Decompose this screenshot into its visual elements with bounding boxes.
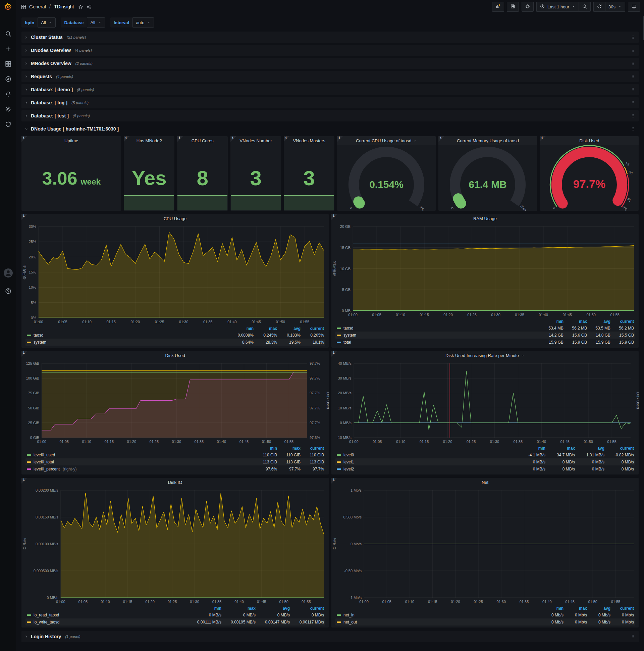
drag-handle-icon[interactable] bbox=[631, 113, 635, 119]
legend-header[interactable]: current bbox=[604, 446, 634, 451]
panel-title[interactable]: Current Memory Usage of taosd bbox=[439, 136, 537, 145]
variable-label[interactable]: Interval bbox=[110, 18, 132, 28]
legend-header[interactable]: current bbox=[610, 319, 634, 324]
search-icon[interactable] bbox=[5, 30, 12, 37]
legend-header[interactable]: max bbox=[277, 446, 300, 451]
row-database-log-[interactable]: Database: [ log ](5 panels) bbox=[22, 97, 639, 108]
grafana-logo[interactable] bbox=[0, 0, 16, 14]
row-requests[interactable]: Requests(4 panels) bbox=[22, 71, 639, 82]
plus-icon[interactable] bbox=[5, 45, 12, 52]
refresh-interval-picker[interactable]: 30s bbox=[605, 2, 625, 12]
legend-header[interactable]: min bbox=[254, 446, 277, 451]
shield-icon[interactable] bbox=[5, 121, 12, 128]
chart-plot[interactable]: 30%25%20%15%10%5%0%01:0001:0501:1001:150… bbox=[22, 223, 329, 325]
panel-title[interactable]: Disk Used Increasing Rate per Minute bbox=[331, 351, 639, 360]
user-avatar[interactable] bbox=[4, 269, 13, 278]
row-mnodes-overview[interactable]: MNodes Overview(2 panels) bbox=[22, 58, 639, 69]
variable-label[interactable]: Database bbox=[61, 18, 87, 28]
drag-handle-icon[interactable] bbox=[631, 74, 635, 79]
cycle-view-button[interactable] bbox=[628, 2, 640, 12]
panel-title[interactable]: VNodes Masters bbox=[284, 136, 334, 145]
panel-title[interactable]: Disk Used bbox=[540, 136, 639, 145]
gear-icon[interactable] bbox=[5, 106, 12, 113]
series-toggle[interactable]: system bbox=[337, 333, 540, 338]
chart-plot[interactable]: 0.00200 MB/s0.00150 MB/s0.00100 MB/s0.00… bbox=[22, 487, 329, 605]
series-toggle[interactable]: level0_total bbox=[27, 460, 254, 464]
series-toggle[interactable]: taosd bbox=[337, 326, 540, 331]
panel-title[interactable]: Disk IO bbox=[22, 478, 329, 487]
legend-header[interactable]: current bbox=[290, 606, 324, 611]
chart-plot[interactable]: 125 GiB100 GiB75 GiB50 GiB25 GiB0 GiB97.… bbox=[22, 360, 329, 445]
series-toggle[interactable]: level0 bbox=[337, 453, 516, 457]
row-login-history[interactable]: Login History(1 panel) bbox=[22, 631, 639, 642]
legend-header[interactable]: min bbox=[516, 446, 545, 451]
legend-header[interactable]: avg bbox=[587, 606, 610, 611]
legend-header[interactable]: max bbox=[564, 319, 587, 324]
variable-value-dropdown[interactable]: auto bbox=[132, 18, 154, 28]
zoom-out-time-button[interactable] bbox=[579, 2, 591, 12]
drag-handle-icon[interactable] bbox=[631, 48, 635, 53]
legend-header[interactable]: max bbox=[221, 606, 256, 611]
legend-header[interactable]: max bbox=[564, 606, 587, 611]
series-toggle[interactable]: total bbox=[337, 340, 540, 345]
panel-title[interactable]: Net bbox=[331, 478, 639, 487]
time-range-picker[interactable]: Last 1 hour bbox=[536, 2, 579, 12]
drag-handle-icon[interactable] bbox=[631, 126, 635, 131]
chart-plot[interactable]: 1 Mb/s0.500 Mb/s0 Mb/s-0.50 Mb/s-1 Mb/s0… bbox=[331, 487, 639, 605]
drag-handle-icon[interactable] bbox=[631, 100, 635, 105]
series-toggle[interactable]: level0_used bbox=[27, 453, 254, 457]
row-cluster-status[interactable]: Cluster Status(21 panels) bbox=[22, 32, 639, 43]
share-icon[interactable] bbox=[86, 4, 92, 10]
row-database-test-[interactable]: Database: [ test ](5 panels) bbox=[22, 110, 639, 122]
add-panel-button[interactable] bbox=[492, 2, 504, 12]
series-toggle[interactable]: system bbox=[27, 340, 230, 345]
row-dnode-usage[interactable]: DNode Usage [ huolinhe-TM1701:6030 ] bbox=[22, 123, 639, 134]
panel-title[interactable]: Disk Used bbox=[22, 351, 329, 360]
legend-header[interactable]: avg bbox=[256, 606, 290, 611]
breadcrumb-folder[interactable]: General bbox=[29, 4, 46, 9]
chart-plot[interactable]: 40 MB/s30 MB/s20 MB/s10 MB/s0 MB/s-10 MB… bbox=[331, 360, 639, 445]
legend-header[interactable]: current bbox=[610, 606, 634, 611]
series-toggle[interactable]: io_write_taosd bbox=[27, 620, 187, 624]
series-toggle[interactable]: net_out bbox=[337, 620, 540, 624]
drag-handle-icon[interactable] bbox=[631, 61, 635, 66]
legend-header[interactable]: avg bbox=[587, 319, 610, 324]
variable-value-dropdown[interactable]: All bbox=[87, 18, 105, 28]
drag-handle-icon[interactable] bbox=[631, 634, 635, 639]
series-toggle[interactable]: io_read_taosd bbox=[27, 613, 187, 617]
save-dashboard-button[interactable] bbox=[507, 2, 519, 12]
series-toggle[interactable]: net_in bbox=[337, 613, 540, 617]
series-toggle[interactable]: level2 bbox=[337, 467, 516, 471]
panel-title[interactable]: Has MNode? bbox=[124, 136, 174, 145]
legend-header[interactable]: min bbox=[540, 606, 564, 611]
legend-header[interactable]: current bbox=[300, 326, 324, 331]
compass-icon[interactable] bbox=[5, 75, 12, 83]
panel-title[interactable]: RAM Usage bbox=[331, 214, 639, 223]
panel-title[interactable]: CPU Cores bbox=[177, 136, 228, 145]
legend-header[interactable]: avg bbox=[575, 446, 604, 451]
scrollbar[interactable] bbox=[643, 16, 644, 40]
dashboard-settings-button[interactable] bbox=[522, 2, 534, 12]
chart-plot[interactable]: 20 GB15 GB10 GB5 GB0 MB01:0001:0501:1001… bbox=[331, 223, 639, 318]
variable-value-dropdown[interactable]: All bbox=[38, 18, 55, 28]
legend-header[interactable]: max bbox=[545, 446, 575, 451]
star-icon[interactable] bbox=[78, 4, 84, 10]
series-toggle[interactable]: level0_percent(right-y) bbox=[27, 467, 254, 471]
breadcrumb-dashboard-title[interactable]: TDinsight bbox=[54, 4, 74, 9]
legend-header[interactable]: max bbox=[254, 326, 277, 331]
series-toggle[interactable]: level1 bbox=[337, 460, 516, 464]
panel-title[interactable]: CPU Usage bbox=[22, 214, 329, 223]
panel-title[interactable]: VNodes Number bbox=[230, 136, 281, 145]
series-toggle[interactable]: taosd bbox=[27, 333, 230, 338]
legend-header[interactable]: current bbox=[300, 446, 324, 451]
panel-title[interactable]: Current CPU Usage of taosd bbox=[337, 136, 436, 145]
drag-handle-icon[interactable] bbox=[631, 87, 635, 92]
refresh-button[interactable] bbox=[593, 2, 605, 12]
legend-header[interactable]: min bbox=[540, 319, 564, 324]
drag-handle-icon[interactable] bbox=[631, 35, 635, 40]
legend-header[interactable]: min bbox=[230, 326, 254, 331]
legend-header[interactable]: min bbox=[187, 606, 221, 611]
row-dnodes-overview[interactable]: DNodes Overview(4 panels) bbox=[22, 44, 639, 56]
row-database-demo-[interactable]: Database: [ demo ](5 panels) bbox=[22, 84, 639, 95]
legend-header[interactable]: avg bbox=[277, 326, 300, 331]
